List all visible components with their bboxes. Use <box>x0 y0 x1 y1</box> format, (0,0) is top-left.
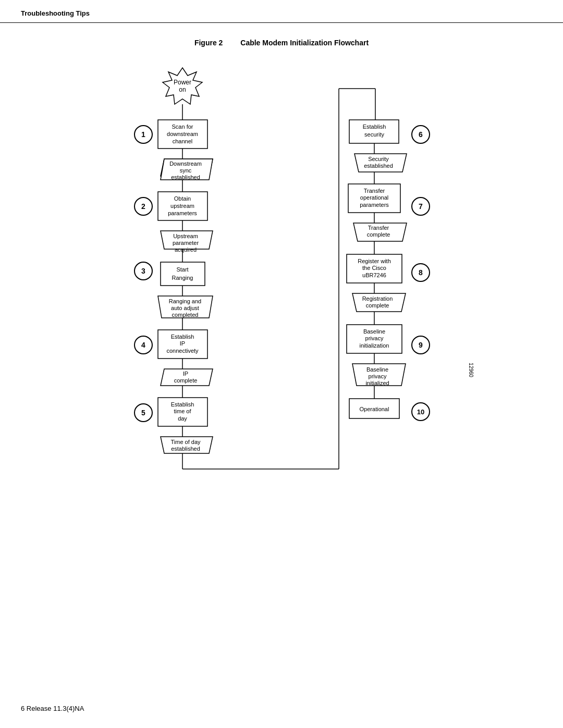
step4-number: 4 <box>141 341 145 349</box>
step5-text1: Establish <box>171 401 194 408</box>
status3-t2: auto adjust <box>171 305 199 311</box>
step3-number: 3 <box>141 267 145 275</box>
step7-text2: operational <box>360 194 388 201</box>
step6-text2: security <box>364 131 384 138</box>
status8-t1: Registration <box>362 295 393 302</box>
status1-t3: established <box>171 174 200 180</box>
status3-t1: Ranging and <box>169 298 201 304</box>
status5-t1: Time of day <box>170 439 201 445</box>
flowchart-svg: Power on 1 Scan for downstream channel D… <box>83 57 480 662</box>
status6-t2: established <box>364 163 393 169</box>
page-header: Troubleshooting Tips <box>0 0 563 23</box>
step1-text2: downstream <box>167 131 198 137</box>
status6-t1: Security <box>368 156 389 162</box>
step5-text3: day <box>178 415 187 422</box>
step3-text2: Ranging <box>172 275 193 281</box>
footer-text: 6 Release 11.3(4)NA <box>21 705 84 712</box>
step4-text1: Establish <box>171 334 194 340</box>
step4-text3: connectivety <box>166 348 199 354</box>
step9-text2: privacy <box>365 335 384 341</box>
step2-text3: parameters <box>168 210 197 216</box>
status1-t1: Downstream <box>169 161 202 167</box>
flowchart-container: Power on 1 Scan for downstream channel D… <box>0 57 563 662</box>
power-label: Power <box>174 79 191 86</box>
figure-caption: Cable Modem Initialization Flowchart <box>240 39 369 47</box>
status4-t2: complete <box>174 377 198 384</box>
step7-text3: parameters <box>360 202 389 208</box>
step1-text1: Scan for <box>172 124 193 130</box>
status8-t2: complete <box>366 302 389 309</box>
step9-number: 9 <box>419 341 423 349</box>
status9-t1: Baseline <box>366 366 388 373</box>
step7-text1: Transfer <box>364 188 385 194</box>
figure-title: Figure 2 Cable Modem Initialization Flow… <box>0 39 563 47</box>
step3-box <box>161 262 205 286</box>
step10-text: Operational <box>360 406 389 412</box>
step2-text1: Obtain <box>174 195 191 202</box>
step5-number: 5 <box>141 409 145 417</box>
status2-t1: Upstream <box>173 233 198 239</box>
status1-t2: sync <box>180 167 192 174</box>
step7-number: 7 <box>419 202 423 211</box>
step4-text2: IP <box>180 340 185 347</box>
step2-number: 2 <box>141 202 145 211</box>
step1-text3: channel <box>173 138 193 144</box>
step1-number: 1 <box>141 130 145 139</box>
step8-text1: Register with <box>358 258 391 264</box>
step3-text1: Start <box>176 266 188 273</box>
status4-t1: IP <box>183 371 188 377</box>
status9-t2: privacy <box>369 373 387 379</box>
step9-text3: initialization <box>360 342 389 349</box>
status9-t3: initialized <box>365 380 389 386</box>
header-title: Troubleshooting Tips <box>21 9 90 17</box>
status2-t3: acquired <box>175 246 197 253</box>
step6-number: 6 <box>419 130 423 139</box>
status2-t2: parameter <box>173 240 199 246</box>
step2-text2: upstream <box>170 203 194 209</box>
step10-number: 10 <box>417 408 424 416</box>
figure-number: 12960 <box>468 363 474 377</box>
figure-label: Figure 2 <box>194 39 223 47</box>
step9-text1: Baseline <box>363 328 385 335</box>
step8-text3: uBR7246 <box>362 272 386 278</box>
power-label2: on <box>179 86 186 93</box>
page-footer: 6 Release 11.3(4)NA <box>21 705 84 712</box>
step5-text2: time of <box>174 408 191 414</box>
status3-t3: completed <box>172 312 199 318</box>
step8-number: 8 <box>419 268 423 277</box>
step8-text2: the Cisco <box>362 265 386 271</box>
status5-t2: established <box>171 446 200 452</box>
status7-t2: complete <box>367 231 390 238</box>
status7-t1: Transfer <box>368 225 389 231</box>
step6-text1: Establish <box>363 124 386 130</box>
